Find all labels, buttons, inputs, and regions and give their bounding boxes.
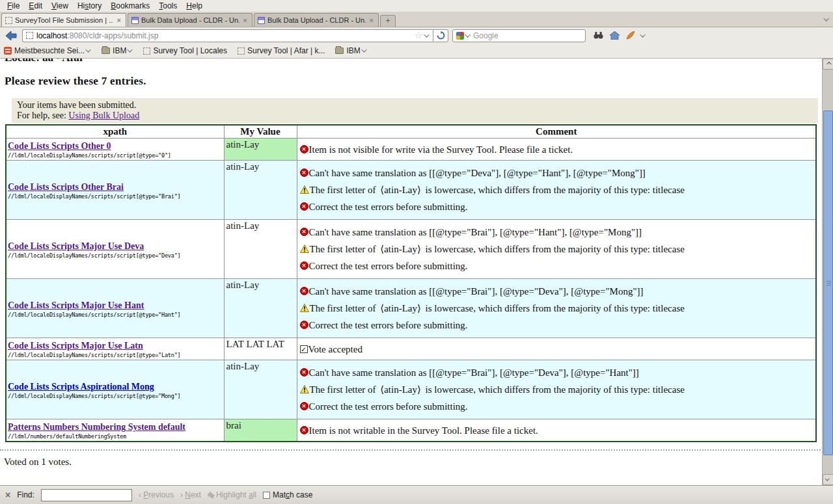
folder-icon xyxy=(335,47,344,54)
comment-line: The first letter of ⟨atin-Lay⟩ is lowerc… xyxy=(300,185,813,195)
tab-close-icon[interactable]: × xyxy=(368,16,375,24)
bookmarks-bar: Meistbesuchte Sei...IBMSurvey Tool | Loc… xyxy=(0,44,833,59)
reload-button[interactable] xyxy=(433,29,448,42)
menu-history[interactable]: History xyxy=(73,1,106,11)
page-scroll-area: Locale: aa - Afar Please review these 7 … xyxy=(0,59,822,485)
tab-close-icon[interactable]: × xyxy=(116,16,122,24)
comment-text: The first letter of ⟨atin-Lay⟩ is lowerc… xyxy=(310,244,685,254)
page-icon xyxy=(238,47,245,55)
find-highlight-button[interactable]: Highlight all xyxy=(208,490,256,499)
clipped-heading: Locale: aa - Afar xyxy=(5,59,822,64)
bookmark-label: IBM xyxy=(113,46,126,55)
tab-list-chevron-icon[interactable] xyxy=(825,12,829,24)
bookmark-item-3[interactable]: Survey Tool | Locales xyxy=(143,46,227,55)
matchcase-checkbox-icon xyxy=(263,492,270,499)
url-bar[interactable]: localhost:8080/cldr-apps/submit.jsp ☆ xyxy=(22,29,433,42)
comment-text: Correct the test errors before submittin… xyxy=(309,401,468,412)
page-title: Please review these 7 entries. xyxy=(5,75,822,88)
xpath-link[interactable]: Code Lists Scripts Other 0 xyxy=(8,141,111,151)
my-value-cell: atin-Lay xyxy=(224,139,297,161)
bookmark-item-1[interactable]: Meistbesuchte Sei... xyxy=(4,46,91,55)
tab-3[interactable]: Bulk Data Upload - CLDR - Un...× xyxy=(254,13,379,27)
scroll-down-button[interactable] xyxy=(823,474,833,485)
xpath-link[interactable]: Patterns Numbers Numbering System defaul… xyxy=(8,422,185,432)
tab-2[interactable]: Bulk Data Upload - CLDR - Un...× xyxy=(128,13,253,27)
cldr-favicon-icon xyxy=(258,17,265,24)
table-row: Patterns Numbers Numbering System defaul… xyxy=(6,419,816,442)
menu-file[interactable]: File xyxy=(3,1,24,11)
google-logo-icon xyxy=(456,32,464,40)
xpath-link[interactable]: Code Lists Scripts Major Use Hant xyxy=(8,300,144,310)
find-close-icon[interactable]: × xyxy=(5,490,10,500)
comment-text: Correct the test errors before submittin… xyxy=(309,320,468,330)
home-icon[interactable] xyxy=(610,31,620,40)
bookmark-label: IBM xyxy=(346,46,360,55)
menu-help[interactable]: Help xyxy=(182,1,207,11)
xpath-path: //ldml/numbers/defaultNumberingSystem xyxy=(8,433,223,440)
url-path: :8080/cldr-apps/submit.jsp xyxy=(67,31,158,40)
error-icon: × xyxy=(300,168,308,177)
menu-view[interactable]: View xyxy=(47,1,73,11)
navigation-bar: localhost:8080/cldr-apps/submit.jsp ☆ Go… xyxy=(0,27,833,44)
xpath-link[interactable]: Code Lists Scripts Aspirational Mong xyxy=(8,382,154,391)
comment-line: ×Item is not writable in the Survey Tool… xyxy=(300,425,813,436)
search-box[interactable]: Google xyxy=(452,29,586,42)
url-dropdown-chevron-icon[interactable] xyxy=(424,32,429,37)
using-bulk-upload-link[interactable]: Using Bulk Upload xyxy=(68,111,139,120)
comment-line: ×Can't have same translation as [[@type=… xyxy=(300,168,813,178)
scroll-up-arrow-icon xyxy=(826,62,831,66)
xpath-cell: Code Lists Scripts Other Brai//ldml/loca… xyxy=(6,161,224,220)
new-tab-button[interactable]: + xyxy=(380,15,396,27)
chevron-down-icon xyxy=(128,47,133,52)
xpath-cell: Code Lists Scripts Major Use Hant//ldml/… xyxy=(6,279,224,338)
table-row: Code Lists Scripts Other Brai//ldml/loca… xyxy=(6,161,816,220)
my-value-cell: atin-Lay xyxy=(224,161,297,220)
notice-box: Your items have been submitted. For help… xyxy=(12,98,818,123)
binoculars-icon[interactable] xyxy=(594,31,603,40)
warning-icon xyxy=(300,304,309,312)
feather-icon[interactable] xyxy=(626,31,635,40)
error-icon: × xyxy=(300,321,308,329)
toolbar-overflow-chevron-icon[interactable] xyxy=(640,32,645,37)
xpath-link[interactable]: Code Lists Scripts Major Use Deva xyxy=(8,241,144,251)
url-domain: localhost xyxy=(36,31,67,40)
menu-bookmarks[interactable]: Bookmarks xyxy=(106,1,154,11)
comment-cell: ✓Vote accepted xyxy=(297,338,816,360)
my-value-cell: brai xyxy=(224,419,297,442)
bookmark-item-5[interactable]: IBM xyxy=(335,46,366,55)
column-header-xpath: xpath xyxy=(6,125,224,139)
table-row: Code Lists Scripts Major Use Hant//ldml/… xyxy=(6,279,816,338)
tab-close-icon[interactable]: × xyxy=(242,16,249,24)
comment-line: ×Can't have same translation as [[@type=… xyxy=(300,227,813,237)
xpath-path: //ldml/localeDisplayNames/scripts/script… xyxy=(8,252,223,259)
find-next-button[interactable]: › Next xyxy=(180,490,201,499)
menu-tools[interactable]: Tools xyxy=(154,1,182,11)
vertical-scrollbar[interactable] xyxy=(822,59,833,485)
menu-edit[interactable]: Edit xyxy=(24,1,47,11)
comment-text: Can't have same translation as [[@type="… xyxy=(309,367,639,378)
bookmark-star-icon[interactable]: ☆ xyxy=(415,32,422,40)
checkbox-checked-icon: ✓ xyxy=(300,345,308,353)
scroll-up-button[interactable] xyxy=(823,59,833,70)
menu-bar: FileEditViewHistoryBookmarksToolsHelp xyxy=(0,0,833,12)
bookmark-item-4[interactable]: Survey Tool | Afar | k... xyxy=(238,46,325,55)
folder-icon xyxy=(102,47,110,54)
search-engine-chevron-icon[interactable] xyxy=(465,32,470,37)
xpath-link[interactable]: Code Lists Scripts Major Use Latn xyxy=(8,341,143,351)
bookmark-item-2[interactable]: IBM xyxy=(102,46,133,55)
xpath-path: //ldml/localeDisplayNames/scripts/script… xyxy=(8,393,223,399)
xpath-link[interactable]: Code Lists Scripts Other Brai xyxy=(8,182,124,192)
back-button[interactable] xyxy=(4,29,18,42)
back-arrow-icon xyxy=(5,31,17,41)
comment-cell: ×Item is not writable in the Survey Tool… xyxy=(297,419,816,442)
scrollbar-thumb[interactable] xyxy=(823,111,833,455)
bookmark-label: Meistbesuchte Sei... xyxy=(14,46,85,55)
find-previous-button[interactable]: ‹ Previous xyxy=(139,490,174,499)
find-matchcase-checkbox[interactable]: Match case xyxy=(263,490,312,499)
comment-text: Correct the test errors before submittin… xyxy=(309,202,468,212)
browser-window: FileEditViewHistoryBookmarksToolsHelp Su… xyxy=(0,0,833,504)
find-input[interactable] xyxy=(41,489,132,501)
tab-1[interactable]: SurveyTool File Submission | ...× xyxy=(1,13,126,27)
notice-line2: For help, see: Using Bulk Upload xyxy=(17,111,813,121)
comment-cell: ×Can't have same translation as [[@type=… xyxy=(297,279,816,338)
